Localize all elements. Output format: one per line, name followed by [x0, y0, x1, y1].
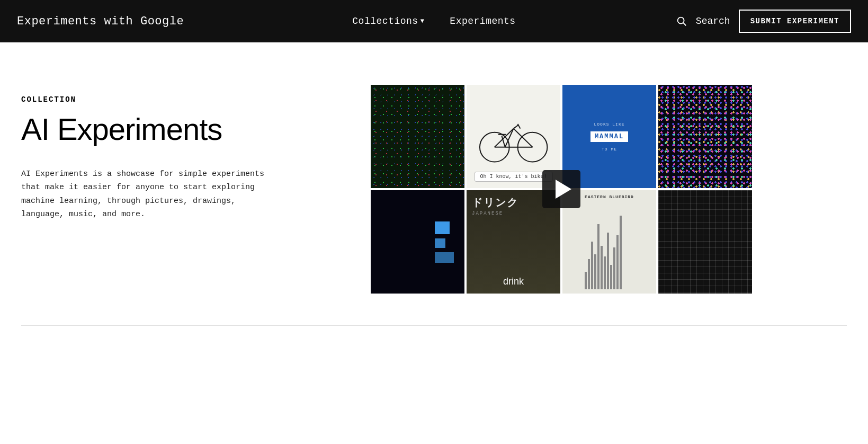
site-logo[interactable]: Experiments with Google	[17, 15, 184, 28]
search-label[interactable]: Search	[696, 16, 730, 26]
nav-right: Search SUBMIT EXPERIMENT	[676, 10, 851, 33]
page-title: AI Experiments	[21, 112, 339, 146]
mosaic-cell-dark-blocks	[371, 190, 464, 294]
play-button-overlay[interactable]	[542, 170, 580, 208]
mosaic-cell-particle	[371, 85, 464, 188]
collections-chevron-icon: ▼	[420, 17, 425, 25]
nav-center-links: Collections ▼ Experiments	[352, 16, 515, 26]
description: AI Experiments is a showcase for simple …	[21, 167, 339, 221]
collection-label: COLLECTION	[21, 95, 339, 104]
collections-nav-link[interactable]: Collections ▼	[352, 16, 424, 26]
svg-line-5	[513, 128, 532, 147]
right-panel: Oh I know, it's bike! LOOKS LIKE MAMMAL …	[371, 85, 836, 294]
mosaic-cell-pixel-art	[658, 85, 752, 188]
svg-point-0	[678, 17, 684, 24]
svg-line-10	[517, 124, 520, 129]
experiments-nav-link[interactable]: Experiments	[450, 16, 515, 26]
main-content: COLLECTION AI Experiments AI Experiments…	[0, 42, 868, 325]
page-divider	[21, 325, 847, 326]
mosaic-cell-grid-pattern	[658, 190, 752, 294]
mosaic-grid: Oh I know, it's bike! LOOKS LIKE MAMMAL …	[371, 85, 752, 294]
svg-line-9	[513, 125, 518, 128]
search-icon[interactable]	[676, 15, 687, 27]
submit-experiment-button[interactable]: SUBMIT EXPERIMENT	[739, 10, 851, 33]
left-panel: COLLECTION AI Experiments AI Experiments…	[21, 85, 339, 221]
navbar: Experiments with Google Collections ▼ Ex…	[0, 0, 868, 42]
svg-line-1	[683, 23, 686, 25]
